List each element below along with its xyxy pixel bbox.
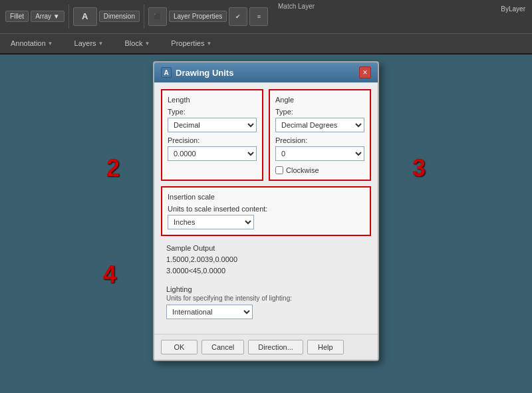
dialog-title-text: Drawing Units [176,68,233,78]
length-precision-select[interactable]: 0.0000 0.000 0.00 0.0 0 [168,146,257,161]
toolbar-bottom: Annotation ▼ Layers ▼ Block ▼ Properties… [0,34,532,53]
length-type-select[interactable]: Decimal Architectural Engineering Fracti… [168,118,257,132]
clockwise-checkbox[interactable] [275,166,283,174]
tab-annotation-label: Annotation [11,39,46,47]
insertion-title: Insertion scale [168,193,364,201]
insertion-section: Insertion scale Units to scale inserted … [161,186,371,236]
tab-block[interactable]: Block ▼ [120,37,154,50]
tab-layers[interactable]: Layers ▼ [70,37,108,50]
cancel-button[interactable]: Cancel [201,340,244,354]
angle-title: Angle [275,96,364,104]
tab-block-label: Block [124,39,142,47]
lighting-title: Lighting [166,285,366,293]
tab-properties-arrow: ▼ [206,41,211,47]
direction-button[interactable]: Direction... [248,340,303,354]
tab-annotation[interactable]: Annotation ▼ [7,37,57,50]
canvas-area: 2 3 4 A Drawing Units × [0,55,532,393]
layer-properties-button[interactable]: Layer Properties [169,11,227,22]
separator2 [144,5,144,29]
angle-type-select[interactable]: Decimal Degrees Deg/Min/Sec Grads Radian… [275,118,364,132]
fillet-button[interactable]: Fillet [5,11,29,22]
tab-annotation-arrow: ▼ [48,41,53,47]
match-layer-icon[interactable]: ≡ [249,7,268,26]
layer-icon[interactable]: ⬛ [148,7,167,26]
toolbar-top: Fillet Array ▼ A Dimension ⬛ Layer Prope… [0,0,532,34]
sample-output-line2: 3.0000<45,0.0000 [166,265,366,277]
tab-properties-label: Properties [171,39,204,47]
dialog-overlay: A Drawing Units × Length Type: [0,55,532,393]
top-sections: Length Type: Decimal Architectural Engin… [161,89,371,186]
angle-precision-select[interactable]: 0 0.0 0.00 0.000 0.0000 [275,146,364,161]
make-current-icon[interactable]: ✔ [229,7,247,26]
insertion-sublabel: Units to scale inserted content: [168,205,364,213]
tab-properties[interactable]: Properties ▼ [167,37,215,50]
array-button[interactable]: Array ▼ [31,11,65,22]
drawing-units-dialog: A Drawing Units × Length Type: [153,61,379,361]
sample-output-line1: 1.5000,2.0039,0.0000 [166,254,366,265]
lighting-sublabel: Units for specifying the intensity of li… [166,295,366,302]
insertion-scale-select[interactable]: Inches Feet Millimeters Centimeters Mete… [168,215,254,229]
bylayer-top: ByLayer [501,5,525,13]
angle-section: Angle Type: Decimal Degrees Deg/Min/Sec … [269,89,371,181]
length-title: Length [168,96,257,104]
text-icon[interactable]: A [73,7,97,26]
dialog-title-left: A Drawing Units [161,67,233,78]
clockwise-label[interactable]: Clockwise [286,166,319,174]
help-button[interactable]: Help [307,340,344,354]
angle-precision-label: Precision: [275,136,364,144]
ok-button[interactable]: OK [161,340,198,354]
dimension-button[interactable]: Dimension [99,11,140,22]
tab-layers-arrow: ▼ [98,41,104,47]
dialog-footer: OK Cancel Direction... Help [154,334,378,360]
length-section: Length Type: Decimal Architectural Engin… [161,89,263,181]
lighting-select[interactable]: International American [166,305,253,319]
length-precision-label: Precision: [168,136,257,144]
match-layer-label: Match Layer [278,3,315,10]
toolbar: Fillet Array ▼ A Dimension ⬛ Layer Prope… [0,0,532,55]
dialog-body: Length Type: Decimal Architectural Engin… [154,82,378,334]
length-type-label: Type: [168,108,257,116]
angle-type-label: Type: [275,108,364,116]
separator1 [68,5,69,29]
dialog-titlebar: A Drawing Units × [154,63,378,82]
tab-block-arrow: ▼ [144,41,150,47]
lighting-section: Lighting Units for specifying the intens… [161,283,371,322]
tab-layers-label: Layers [74,39,96,47]
sample-output-section: Sample Output 1.5000,2.0039,0.0000 3.000… [161,241,371,279]
dialog-title-icon: A [161,67,172,78]
toolbar-left-group: Fillet Array ▼ A Dimension ⬛ Layer Prope… [5,5,268,29]
sample-output-title: Sample Output [166,244,366,252]
dialog-close-button[interactable]: × [359,66,371,78]
clockwise-row: Clockwise [275,166,364,174]
